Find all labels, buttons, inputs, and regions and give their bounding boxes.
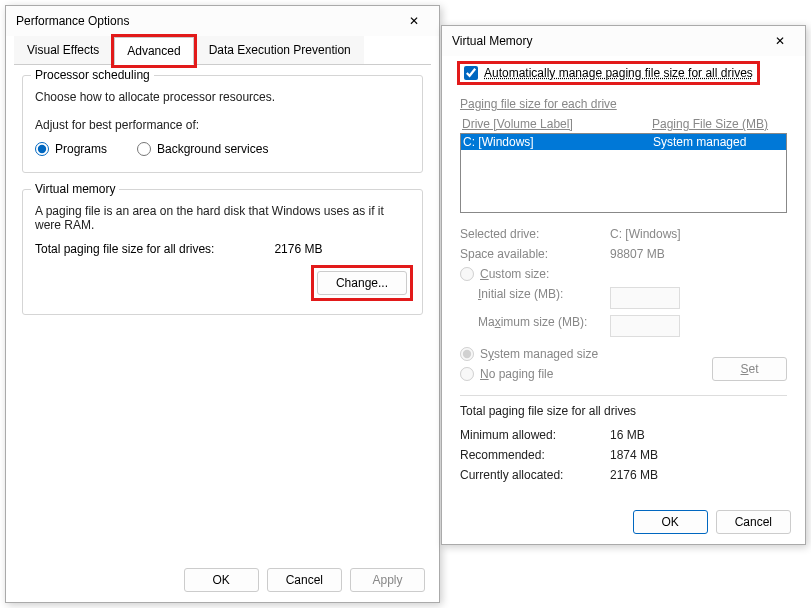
radio-programs-input[interactable] [35, 142, 49, 156]
initial-size-label: Initial size (MB): [460, 287, 610, 309]
space-available-label: Space available: [460, 247, 610, 261]
performance-options-dialog: Performance Options ✕ Visual Effects Adv… [5, 5, 440, 603]
vm-desc: A paging file is an area on the hard dis… [35, 204, 410, 232]
virtual-memory-group: Virtual memory A paging file is an area … [22, 189, 423, 315]
recommended-value: 1874 MB [610, 448, 658, 462]
radio-system-managed: System managed size [460, 347, 598, 361]
row-size: System managed [653, 135, 746, 149]
dialog-footer: OK Cancel Apply [184, 568, 425, 592]
radio-custom-size: Custom size: [460, 267, 787, 281]
radio-custom-label: Custom size: [480, 267, 549, 281]
section-paging-each: Paging file size for each drive [460, 97, 787, 111]
radio-nopage-label: No paging file [480, 367, 553, 381]
tabs: Visual Effects Advanced Data Execution P… [14, 36, 431, 65]
ok-button[interactable]: OK [633, 510, 708, 534]
group-title: Virtual memory [31, 182, 119, 196]
radio-background-label: Background services [157, 142, 268, 156]
proc-desc: Choose how to allocate processor resourc… [35, 90, 410, 104]
titlebar: Virtual Memory ✕ [442, 26, 805, 56]
titlebar: Performance Options ✕ [6, 6, 439, 36]
cancel-button[interactable]: Cancel [267, 568, 342, 592]
maximum-size-input [610, 315, 680, 337]
proc-adjust: Adjust for best performance of: [35, 118, 410, 132]
hdr-drive: Drive [Volume Label] [462, 117, 652, 131]
maximum-size-label: Maximum size (MB): [460, 315, 610, 337]
min-allowed-value: 16 MB [610, 428, 645, 442]
radio-programs-label: Programs [55, 142, 107, 156]
recommended-label: Recommended: [460, 448, 610, 462]
radio-background[interactable]: Background services [137, 142, 268, 156]
change-button[interactable]: Change... [317, 271, 407, 295]
radio-custom-input [460, 267, 474, 281]
drive-listbox[interactable]: C: [Windows] System managed [460, 133, 787, 213]
dialog-title: Virtual Memory [452, 34, 532, 48]
vm-total-label: Total paging file size for all drives: [35, 242, 214, 256]
dialog-footer: OK Cancel [633, 510, 791, 534]
radio-sys-label: System managed size [480, 347, 598, 361]
row-drive: C: [Windows] [463, 135, 653, 149]
hdr-size: Paging File Size (MB) [652, 117, 768, 131]
auto-manage-input[interactable] [464, 66, 478, 80]
currently-allocated-label: Currently allocated: [460, 468, 610, 482]
radio-sys-input [460, 347, 474, 361]
dialog-title: Performance Options [16, 14, 129, 28]
auto-manage-checkbox[interactable]: Automatically manage paging file size fo… [464, 66, 753, 80]
processor-scheduling-group: Processor scheduling Choose how to alloc… [22, 75, 423, 173]
radio-programs[interactable]: Programs [35, 142, 107, 156]
radio-no-paging: No paging file [460, 367, 598, 381]
tab-visual-effects[interactable]: Visual Effects [14, 36, 112, 64]
radio-nopage-input [460, 367, 474, 381]
vm-total-value: 2176 MB [274, 242, 322, 256]
totals-title: Total paging file size for all drives [460, 404, 787, 418]
tab-dep[interactable]: Data Execution Prevention [196, 36, 364, 64]
radio-background-input[interactable] [137, 142, 151, 156]
close-icon[interactable]: ✕ [765, 34, 795, 48]
list-header: Drive [Volume Label] Paging File Size (M… [460, 117, 787, 131]
selected-drive-label: Selected drive: [460, 227, 610, 241]
virtual-memory-dialog: Virtual Memory ✕ Automatically manage pa… [441, 25, 806, 545]
list-row-selected[interactable]: C: [Windows] System managed [461, 134, 786, 150]
auto-manage-highlight: Automatically manage paging file size fo… [460, 64, 757, 82]
selected-drive-value: C: [Windows] [610, 227, 681, 241]
tab-advanced[interactable]: Advanced [114, 37, 193, 65]
cancel-button[interactable]: Cancel [716, 510, 791, 534]
apply-button[interactable]: Apply [350, 568, 425, 592]
group-title: Processor scheduling [31, 68, 154, 82]
min-allowed-label: Minimum allowed: [460, 428, 610, 442]
ok-button[interactable]: OK [184, 568, 259, 592]
initial-size-input [610, 287, 680, 309]
currently-allocated-value: 2176 MB [610, 468, 658, 482]
close-icon[interactable]: ✕ [399, 14, 429, 28]
set-button: Set [712, 357, 787, 381]
auto-manage-label: Automatically manage paging file size fo… [484, 66, 753, 80]
space-available-value: 98807 MB [610, 247, 665, 261]
